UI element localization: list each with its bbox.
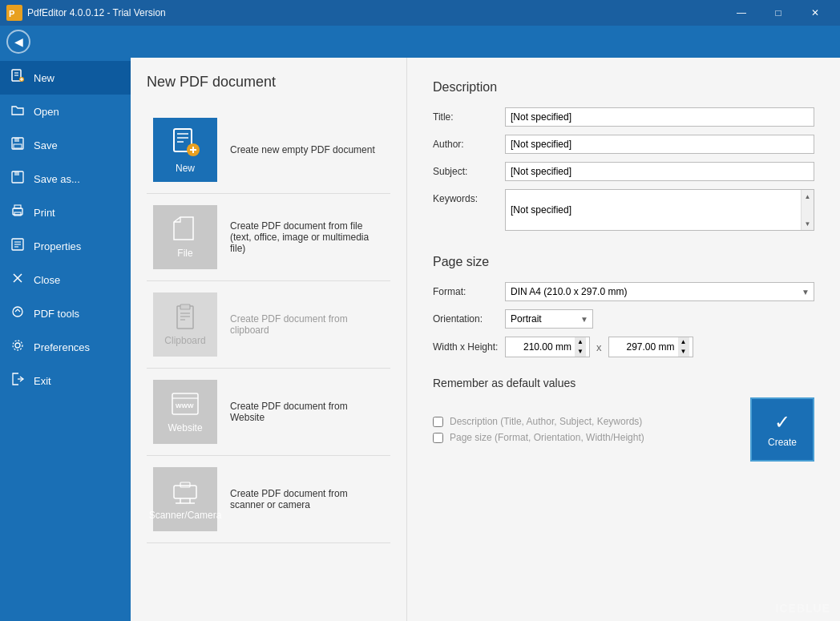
app-body: ◀ New [0, 26, 840, 621]
source-clipboard-desc: Create PDF document from clipboard [230, 313, 384, 336]
remember-pagesize-checkbox[interactable] [433, 433, 443, 443]
sidebar-item-print[interactable]: Print [0, 196, 131, 229]
sidebar-item-open[interactable]: Open [0, 95, 131, 128]
keywords-input[interactable] [506, 190, 801, 230]
wh-label: Width x Height: [433, 341, 505, 353]
source-icon-scanner: Scanner/Camera [153, 467, 217, 531]
right-content: Description Title: Author: Subject: Keyw… [407, 58, 840, 621]
svg-point-24 [13, 341, 22, 350]
remember-desc-checkbox[interactable] [433, 417, 443, 427]
back-button[interactable]: ◀ [6, 30, 30, 54]
keywords-row: Keywords: ▲ ▼ [433, 189, 814, 231]
sidebar-item-properties-label: Properties [34, 240, 81, 252]
remember-desc-option: Description (Title, Author, Subject, Key… [433, 416, 737, 427]
height-spinners: ▲ ▼ [678, 337, 689, 357]
source-new-label: New [176, 163, 195, 174]
preferences-icon [10, 338, 26, 356]
sidebar-item-exit[interactable]: Exit [0, 364, 131, 397]
source-scanner-desc: Create PDF document from scanner or came… [230, 488, 384, 510]
svg-text:P: P [9, 9, 14, 18]
create-label: Create [768, 437, 797, 448]
subject-label: Subject: [433, 162, 505, 177]
minimize-button[interactable]: — [723, 0, 760, 26]
width-spin-up[interactable]: ▲ [575, 337, 586, 347]
keywords-scroll-down[interactable]: ▼ [802, 217, 814, 230]
author-input[interactable] [505, 135, 814, 154]
author-row: Author: [433, 135, 814, 154]
source-clipboard-label: Clipboard [164, 335, 205, 346]
width-input-wrap: ▲ ▼ [505, 337, 590, 357]
back-icon: ◀ [14, 35, 23, 48]
source-item-clipboard[interactable]: Clipboard Create PDF document from clipb… [147, 281, 390, 369]
height-input-wrap: ▲ ▼ [608, 337, 693, 357]
svg-rect-9 [14, 138, 19, 142]
keywords-wrapper: ▲ ▼ [505, 189, 814, 231]
source-item-new[interactable]: New Create new empty PDF document [147, 107, 390, 194]
sidebar-item-close[interactable]: Close [0, 263, 131, 296]
sidebar-item-pdftools-label: PDF tools [34, 308, 79, 320]
pagesize-title: Page size [433, 255, 814, 269]
sidebar-item-save[interactable]: Save [0, 128, 131, 162]
close-sidebar-icon [10, 271, 26, 288]
remember-row: Description (Title, Author, Subject, Key… [433, 397, 814, 462]
main-panel: New PDF document New [131, 58, 840, 621]
source-item-website[interactable]: WWW Website Create PDF document from Web… [147, 369, 390, 456]
orientation-label: Orientation: [433, 313, 505, 325]
new-icon [10, 69, 26, 87]
sidebar-item-preferences[interactable]: Preferences [0, 330, 131, 364]
titlebar: P PdfEditor 4.0.0.12 - Trial Version — □… [0, 0, 840, 26]
subject-row: Subject: [433, 162, 814, 181]
source-file-label: File [177, 248, 192, 259]
source-icon-new: New [153, 118, 217, 182]
toolbar: ◀ [0, 26, 840, 58]
wh-x: x [596, 341, 602, 353]
keywords-scroll-up[interactable]: ▲ [802, 190, 814, 203]
remember-desc-label: Description (Title, Author, Subject, Key… [450, 416, 642, 427]
source-website-label: Website [168, 422, 202, 433]
svg-rect-12 [14, 171, 19, 175]
source-icon-file: File [153, 205, 217, 269]
height-spin-down[interactable]: ▼ [678, 347, 689, 357]
sidebar-item-saveas[interactable]: Save as... [0, 162, 131, 196]
height-spin-up[interactable]: ▲ [678, 337, 689, 347]
remember-pagesize-label: Page size (Format, Orientation, Width/He… [450, 432, 644, 443]
create-button[interactable]: ✓ Create [750, 397, 814, 462]
sidebar-item-saveas-label: Save as... [34, 173, 80, 185]
properties-icon [10, 237, 26, 255]
open-icon [10, 103, 26, 120]
sidebar-item-properties[interactable]: Properties [0, 229, 131, 263]
print-icon [10, 204, 26, 221]
remember-title: Remember as default values [433, 377, 814, 389]
orientation-select[interactable]: Portrait Landscape [505, 309, 593, 329]
source-item-scanner[interactable]: Scanner/Camera Create PDF document from … [147, 456, 390, 543]
sidebar-item-new[interactable]: New [0, 61, 131, 95]
exit-icon [10, 372, 26, 389]
width-spinners: ▲ ▼ [575, 337, 586, 357]
close-button[interactable]: ✕ [797, 0, 834, 26]
height-input[interactable] [612, 338, 676, 356]
pdftools-icon [10, 304, 26, 322]
app-icon: P [6, 5, 22, 21]
svg-rect-10 [14, 144, 22, 148]
width-spin-down[interactable]: ▼ [575, 347, 586, 357]
keywords-scrollbar: ▲ ▼ [801, 190, 814, 230]
keywords-label: Keywords: [433, 189, 505, 204]
svg-point-23 [15, 343, 20, 348]
description-title: Description [433, 80, 814, 95]
width-input[interactable] [509, 338, 573, 356]
subject-input[interactable] [505, 162, 814, 181]
sidebar-item-print-label: Print [34, 207, 55, 219]
svg-rect-42 [180, 482, 190, 487]
sidebar-item-new-label: New [34, 72, 55, 84]
source-scanner-label: Scanner/Camera [149, 510, 222, 521]
sidebar-item-pdftools[interactable]: PDF tools [0, 296, 131, 330]
maximize-button[interactable]: □ [760, 0, 797, 26]
author-label: Author: [433, 135, 505, 150]
title-input[interactable] [505, 107, 814, 127]
watermark: ICEBLUE [776, 602, 830, 615]
page-title: New PDF document [147, 74, 390, 91]
source-icon-clipboard: Clipboard [153, 292, 217, 357]
sidebar-item-save-label: Save [34, 139, 58, 151]
source-item-file[interactable]: File Create PDF document from file (text… [147, 194, 390, 281]
format-select[interactable]: DIN A4 (210.0 x 297.0 mm) DIN A3 DIN A5 … [505, 282, 814, 301]
